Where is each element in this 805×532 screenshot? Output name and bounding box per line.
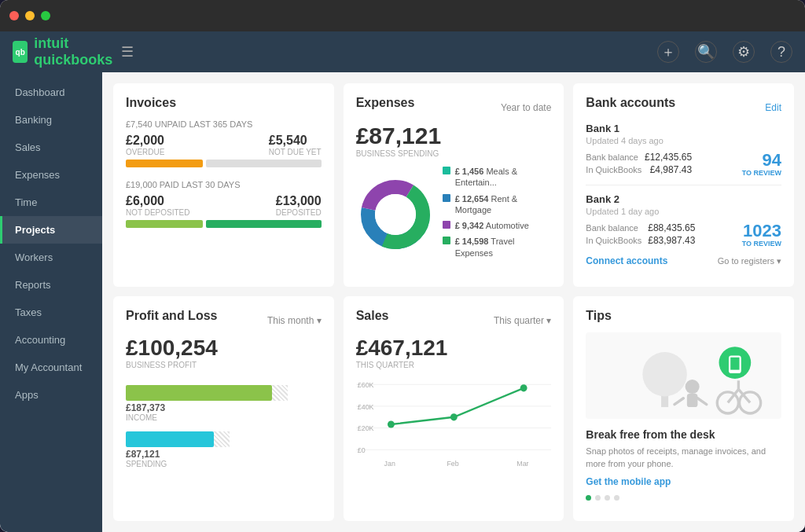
- titlebar-buttons: [9, 11, 50, 20]
- paid-section: £19,000 PAID LAST 30 DAYS £6,000 NOT DEP…: [126, 180, 322, 228]
- svg-point-4: [375, 194, 416, 235]
- bank1-review: 94 TO REVIEW: [742, 152, 781, 177]
- header-actions: ＋ 🔍 ⚙ ?: [657, 41, 792, 63]
- legend-text-1: £ 12,654 Rent & Mortgage: [455, 193, 552, 216]
- bank1-name: Bank 1: [586, 123, 781, 134]
- spending-label: SPENDING: [126, 460, 322, 468]
- expenses-title: Expenses: [356, 96, 415, 110]
- sidebar-item-dashboard[interactable]: Dashboard: [0, 79, 102, 106]
- not-deposited-bar-fill: [126, 220, 203, 228]
- not-due-bar-fill: [206, 160, 322, 167]
- bank-edit-link[interactable]: Edit: [765, 102, 781, 113]
- spending-bar-container: [126, 431, 322, 447]
- svg-text:£60K: £60K: [357, 381, 373, 389]
- sidebar-item-expenses[interactable]: Expenses: [0, 161, 102, 189]
- logo-text: intuit quickbooks: [34, 35, 115, 68]
- bank2-details: Bank balance £88,435.65 In QuickBooks £8…: [586, 222, 781, 248]
- sidebar: Dashboard Banking Sales Expenses Time Pr…: [0, 72, 102, 532]
- sidebar-item-my-accountant[interactable]: My Accountant: [0, 354, 102, 381]
- mobile-app-link[interactable]: Get the mobile app: [586, 476, 781, 487]
- dot-3[interactable]: [605, 495, 610, 501]
- connect-accounts-link[interactable]: Connect accounts: [586, 255, 667, 266]
- svg-point-21: [686, 380, 700, 394]
- settings-icon[interactable]: ⚙: [733, 41, 755, 63]
- hamburger-menu[interactable]: ☰: [121, 43, 134, 61]
- svg-text:Mar: Mar: [516, 460, 528, 468]
- spending-amount: £87,121: [126, 449, 322, 460]
- legend-item-1: £ 12,654 Rent & Mortgage: [443, 193, 552, 216]
- expenses-period-dropdown[interactable]: Year to date: [501, 102, 551, 113]
- bank1-balance-row: Bank balance £12,435.65: [586, 152, 692, 163]
- pl-period-dropdown[interactable]: This month ▾: [267, 315, 322, 326]
- sidebar-item-time[interactable]: Time: [0, 189, 102, 216]
- expenses-card: Expenses Year to date £87,121 BUSINESS S…: [344, 83, 564, 287]
- sidebar-item-banking[interactable]: Banking: [0, 106, 102, 134]
- app: qb intuit quickbooks ☰ ＋ 🔍 ⚙ ? Dashboard…: [0, 31, 805, 532]
- invoices-paid-label: £19,000 PAID LAST 30 DAYS: [126, 180, 322, 189]
- bank-footer: Connect accounts Go to registers ▾: [586, 255, 781, 266]
- income-bar-container: [126, 385, 322, 401]
- svg-text:Jan: Jan: [384, 460, 395, 468]
- legend-dot-3: [443, 237, 450, 244]
- bank2-balance-row: Bank balance £88,435.65: [586, 222, 695, 233]
- sidebar-item-taxes[interactable]: Taxes: [0, 299, 102, 326]
- close-button[interactable]: [9, 11, 19, 20]
- app-window: qb intuit quickbooks ☰ ＋ 🔍 ⚙ ? Dashboard…: [0, 0, 805, 532]
- dot-2[interactable]: [595, 495, 601, 501]
- sidebar-item-apps[interactable]: Apps: [0, 381, 102, 409]
- overdue-section: £2,000 OVERDUE: [126, 134, 164, 156]
- spending-bar-hatch: [214, 431, 230, 447]
- sales-title: Sales: [356, 309, 389, 323]
- deposited-bar-fill: [206, 220, 322, 228]
- legend-item-2: £ 9,342 Automotive: [443, 220, 552, 231]
- tips-card: Tips: [573, 296, 794, 521]
- bank2-review-count: 1023: [742, 222, 781, 240]
- add-icon[interactable]: ＋: [657, 41, 679, 63]
- income-bar-row: £187,373 INCOME: [126, 385, 322, 422]
- sidebar-item-sales[interactable]: Sales: [0, 134, 102, 161]
- expenses-amount: £87,121: [356, 123, 552, 149]
- expenses-header: Expenses Year to date: [356, 96, 552, 119]
- tips-svg: [586, 332, 781, 419]
- svg-point-14: [450, 413, 458, 420]
- sidebar-item-reports[interactable]: Reports: [0, 271, 102, 299]
- svg-point-15: [520, 384, 527, 391]
- pl-amount: £100,254: [126, 336, 322, 361]
- overdue-amount: £2,000: [126, 134, 164, 148]
- sales-period-dropdown[interactable]: This quarter ▾: [494, 315, 551, 326]
- go-to-registers-link[interactable]: Go to registers ▾: [718, 256, 781, 266]
- svg-text:£20K: £20K: [357, 424, 373, 432]
- search-icon[interactable]: 🔍: [695, 41, 717, 63]
- income-label: INCOME: [126, 413, 322, 422]
- deposited-label: DEPOSITED: [276, 208, 322, 217]
- legend-dot-1: [443, 194, 450, 202]
- maximize-button[interactable]: [41, 11, 50, 20]
- svg-text:£40K: £40K: [357, 403, 373, 411]
- not-due-section: £5,540 NOT DUE YET: [269, 134, 322, 156]
- not-due-amount: £5,540: [269, 134, 322, 148]
- main-layout: Dashboard Banking Sales Expenses Time Pr…: [0, 72, 805, 532]
- dot-1[interactable]: [586, 495, 591, 501]
- deposited-amount: £13,000: [276, 194, 322, 208]
- sales-chart-svg: £60K £40K £20K £0 Jan Feb: [356, 377, 552, 471]
- pl-sub-label: BUSINESS PROFIT: [126, 361, 322, 369]
- sidebar-item-projects[interactable]: Projects: [0, 216, 102, 244]
- deposited-amounts-row: £6,000 NOT DEPOSITED £13,000 DEPOSITED: [126, 194, 322, 217]
- not-deposited-section: £6,000 NOT DEPOSITED: [126, 194, 190, 217]
- sidebar-item-workers[interactable]: Workers: [0, 244, 102, 271]
- income-bar-hatch: [272, 385, 288, 401]
- help-icon[interactable]: ?: [770, 41, 792, 63]
- spending-bar-row: £87,121 SPENDING: [126, 431, 322, 468]
- dot-4[interactable]: [614, 495, 619, 501]
- legend-item-0: £ 1,456 Meals & Entertain...: [443, 166, 552, 189]
- legend-text-3: £ 14,598 Travel Expenses: [455, 236, 552, 259]
- bank2-updated: Updated 1 day ago: [586, 207, 781, 216]
- bank-accounts-card: Bank accounts Edit Bank 1 Updated 4 days…: [573, 83, 794, 287]
- not-due-label: NOT DUE YET: [269, 148, 322, 156]
- sidebar-item-accounting[interactable]: Accounting: [0, 326, 102, 354]
- invoices-card: Invoices £7,540 UNPAID LAST 365 DAYS £2,…: [113, 83, 334, 287]
- bank1-details: Bank balance £12,435.65 In QuickBooks £4…: [586, 152, 781, 177]
- minimize-button[interactable]: [25, 11, 35, 20]
- overdue-bar-fill: [126, 160, 203, 167]
- svg-point-13: [388, 420, 395, 427]
